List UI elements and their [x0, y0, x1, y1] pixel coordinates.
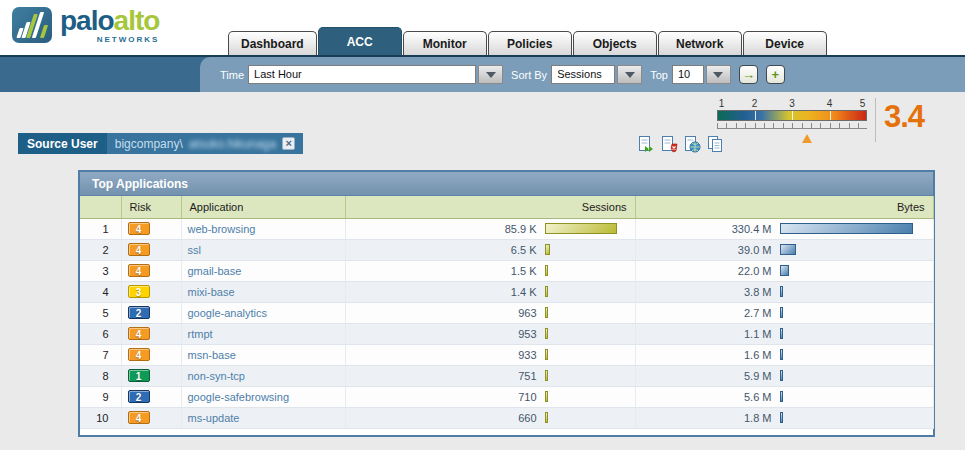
bytes-value: 2.7 M	[642, 307, 780, 319]
sessions-cell: 6.5 K	[345, 239, 635, 260]
table-row: 34gmail-base1.5 K22.0 M	[80, 260, 933, 281]
application-cell: gmail-base	[181, 260, 345, 281]
bytes-cell: 330.4 M	[635, 218, 933, 239]
application-link[interactable]: google-safebrowsing	[188, 391, 290, 403]
bytes-value: 1.8 M	[642, 412, 780, 424]
application-link[interactable]: non-syn-tcp	[188, 370, 245, 382]
scale-tick-4: 4	[827, 98, 833, 109]
sort-by-dropdown-button[interactable]	[617, 65, 642, 84]
tab-network[interactable]: Network	[658, 31, 742, 55]
remove-filter-icon[interactable]: ×	[282, 137, 295, 150]
sort-by-select[interactable]: Sessions	[551, 65, 615, 84]
scale-tick-2: 2	[752, 98, 758, 109]
rank-column-header[interactable]	[80, 196, 121, 218]
tab-acc[interactable]: ACC	[318, 27, 402, 55]
apply-arrow-button[interactable]: →	[739, 65, 758, 84]
risk-badge: 4	[128, 243, 150, 256]
source-user-domain: bigcompany\	[115, 137, 183, 151]
sessions-column-header[interactable]: Sessions	[345, 196, 635, 218]
logo-word-palo: palo	[60, 5, 114, 36]
chevron-down-icon	[625, 72, 635, 78]
rank-cell: 9	[80, 386, 121, 407]
risk-badge: 4	[128, 327, 150, 340]
risk-cell: 4	[121, 344, 181, 365]
bytes-bar	[780, 412, 783, 423]
source-user-name-redacted: atsuko.hikunaga	[189, 137, 276, 151]
application-link[interactable]: google-analytics	[188, 307, 268, 319]
sessions-bar	[545, 265, 548, 276]
sessions-value: 85.9 K	[352, 223, 545, 235]
application-link[interactable]: gmail-base	[188, 265, 242, 277]
sort-by-label: Sort By	[511, 69, 547, 81]
application-link[interactable]: msn-base	[188, 349, 236, 361]
application-link[interactable]: ssl	[188, 244, 201, 256]
application-link[interactable]: ms-update	[188, 412, 240, 424]
bytes-bar	[780, 349, 783, 360]
bytes-value: 1.6 M	[642, 349, 780, 361]
sessions-cell: 751	[345, 365, 635, 386]
copy-icon[interactable]	[706, 135, 724, 153]
bytes-column-header[interactable]: Bytes	[635, 196, 933, 218]
risk-column-header[interactable]: Risk	[121, 196, 181, 218]
table-row: 24ssl6.5 K39.0 M	[80, 239, 933, 260]
export-pdf-icon[interactable]	[660, 135, 678, 153]
sessions-bar	[545, 328, 548, 339]
tab-device[interactable]: Device	[743, 31, 827, 55]
table-row: 14web-browsing85.9 K330.4 M	[80, 218, 933, 239]
bytes-bar	[780, 265, 789, 276]
top-applications-panel: Top Applications Risk Application Sessio…	[78, 170, 935, 437]
scale-tick-1: 1	[719, 98, 725, 109]
add-widget-button[interactable]: +	[766, 65, 785, 84]
application-cell: rtmpt	[181, 323, 345, 344]
bytes-bar	[780, 328, 783, 339]
top-select[interactable]: 10	[672, 65, 704, 84]
export-toolbar	[637, 135, 724, 153]
risk-meter: 1 2 3 4 5	[717, 98, 867, 129]
tab-monitor[interactable]: Monitor	[403, 31, 487, 55]
application-link[interactable]: mixi-base	[188, 286, 235, 298]
table-row: 64rtmpt9531.1 M	[80, 323, 933, 344]
risk-cell: 4	[121, 407, 181, 428]
application-link[interactable]: rtmpt	[188, 328, 213, 340]
scale-tick-5: 5	[860, 98, 866, 109]
sessions-value: 710	[352, 391, 545, 403]
bytes-bar	[780, 391, 783, 402]
table-row: 43mixi-base1.4 K3.8 M	[80, 281, 933, 302]
acc-page: paloalto NETWORKS DashboardACCMonitorPol…	[0, 0, 965, 450]
risk-cell: 4	[121, 239, 181, 260]
application-column-header[interactable]: Application	[181, 196, 345, 218]
risk-cell: 1	[121, 365, 181, 386]
paloalto-logo-icon	[12, 7, 52, 43]
application-link[interactable]: web-browsing	[188, 223, 256, 235]
top-dropdown-button[interactable]	[706, 65, 731, 84]
sessions-value: 1.4 K	[352, 286, 545, 298]
table-row: 81non-syn-tcp7515.9 M	[80, 365, 933, 386]
table-header-row: Risk Application Sessions Bytes	[80, 196, 933, 218]
sessions-value: 751	[352, 370, 545, 382]
table-row: 104ms-update6601.8 M	[80, 407, 933, 428]
risk-gradient-bar	[717, 110, 867, 129]
time-select[interactable]: Last Hour	[248, 65, 476, 84]
tab-dashboard[interactable]: Dashboard	[228, 31, 317, 55]
paloalto-logo: paloalto NETWORKS	[12, 7, 159, 44]
sessions-value: 6.5 K	[352, 244, 545, 256]
export-arrows-icon[interactable]	[637, 135, 655, 153]
tab-policies[interactable]: Policies	[488, 31, 572, 55]
bytes-cell: 1.8 M	[635, 407, 933, 428]
paloalto-logo-text: paloalto NETWORKS	[60, 7, 159, 44]
bytes-bar	[780, 223, 913, 234]
tab-objects[interactable]: Objects	[573, 31, 657, 55]
risk-cell: 2	[121, 302, 181, 323]
rank-cell: 4	[80, 281, 121, 302]
bytes-cell: 1.1 M	[635, 323, 933, 344]
sessions-cell: 710	[345, 386, 635, 407]
rank-cell: 2	[80, 239, 121, 260]
rank-cell: 3	[80, 260, 121, 281]
risk-badge: 2	[128, 390, 150, 403]
risk-cell: 2	[121, 386, 181, 407]
bytes-value: 22.0 M	[642, 265, 780, 277]
sessions-bar	[545, 370, 548, 381]
bytes-cell: 5.6 M	[635, 386, 933, 407]
time-dropdown-button[interactable]	[478, 65, 503, 84]
export-web-icon[interactable]	[683, 135, 701, 153]
